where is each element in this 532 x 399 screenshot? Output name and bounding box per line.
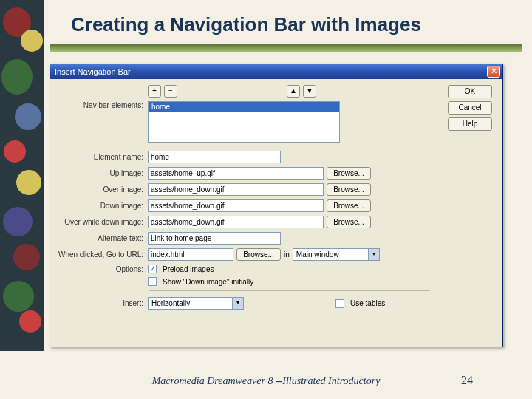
over-while-down-browse-button[interactable]: Browse... bbox=[327, 216, 371, 228]
over-image-input[interactable]: assets/home_down.gif bbox=[148, 183, 324, 196]
use-tables-checkbox[interactable] bbox=[335, 299, 344, 308]
over-while-down-input[interactable]: assets/home_down.gif bbox=[148, 216, 324, 228]
over-while-down-label: Over while down image: bbox=[53, 218, 148, 226]
in-label: in bbox=[284, 250, 290, 259]
move-down-button[interactable]: ▼ bbox=[303, 85, 316, 98]
navbar-element-selected[interactable]: home bbox=[149, 102, 339, 112]
element-name-label: Element name: bbox=[53, 153, 148, 161]
insert-mode-select[interactable]: Horizontally ▾ bbox=[148, 297, 244, 310]
up-image-label: Up image: bbox=[53, 169, 148, 177]
alternate-text-input[interactable]: Link to home page bbox=[148, 232, 281, 245]
insert-mode-value: Horizontally bbox=[149, 299, 232, 307]
decorative-sidebar bbox=[0, 0, 44, 351]
down-image-label: Down image: bbox=[53, 202, 148, 210]
dialog-titlebar[interactable]: Insert Navigation Bar ✕ bbox=[50, 64, 502, 79]
goto-url-label: When clicked, Go to URL: bbox=[53, 250, 148, 259]
title-underline bbox=[50, 44, 522, 52]
slide-number: 24 bbox=[461, 374, 473, 387]
use-tables-label: Use tables bbox=[350, 299, 385, 307]
navbar-elements-label: Nav bar elements: bbox=[53, 101, 148, 109]
element-name-input[interactable]: home bbox=[148, 151, 281, 163]
chevron-down-icon[interactable]: ▾ bbox=[368, 249, 379, 260]
dialog-title: Insert Navigation Bar bbox=[55, 67, 487, 76]
move-up-button[interactable]: ▲ bbox=[287, 85, 300, 98]
target-select[interactable]: Main window ▾ bbox=[293, 248, 380, 261]
down-image-input[interactable]: assets/home_down.gif bbox=[148, 200, 324, 212]
preload-label: Preload images bbox=[163, 265, 214, 273]
chevron-down-icon[interactable]: ▾ bbox=[232, 298, 243, 309]
divider bbox=[149, 290, 430, 291]
preload-checkbox[interactable]: ✓ bbox=[148, 265, 157, 273]
close-icon[interactable]: ✕ bbox=[487, 66, 500, 78]
down-image-browse-button[interactable]: Browse... bbox=[327, 200, 371, 212]
slide-title: Creating a Navigation Bar with Images bbox=[71, 13, 421, 36]
goto-url-browse-button[interactable]: Browse... bbox=[236, 248, 281, 261]
remove-element-button[interactable]: − bbox=[164, 85, 177, 98]
over-image-browse-button[interactable]: Browse... bbox=[327, 183, 371, 196]
up-image-browse-button[interactable]: Browse... bbox=[327, 167, 371, 180]
up-image-input[interactable]: assets/home_up.gif bbox=[148, 167, 324, 180]
slide-footer: Macromedia Dreamweaver 8 --Illustrated I… bbox=[0, 375, 532, 387]
ok-button[interactable]: OK bbox=[448, 85, 492, 98]
add-element-button[interactable]: + bbox=[148, 85, 161, 98]
show-down-label: Show "Down image" initially bbox=[163, 278, 253, 286]
insert-navbar-dialog: Insert Navigation Bar ✕ + − ▲ ▼ Nav bar … bbox=[50, 64, 503, 347]
over-image-label: Over image: bbox=[53, 185, 148, 194]
target-select-value: Main window bbox=[293, 250, 368, 259]
cancel-button[interactable]: Cancel bbox=[448, 101, 492, 115]
help-button[interactable]: Help bbox=[448, 117, 492, 131]
alternate-text-label: Alternate text: bbox=[53, 234, 148, 242]
options-label: Options: bbox=[53, 265, 148, 273]
goto-url-input[interactable]: index.html bbox=[148, 248, 233, 261]
insert-label: Insert: bbox=[53, 299, 148, 307]
navbar-elements-list[interactable]: home bbox=[148, 101, 340, 143]
show-down-checkbox[interactable] bbox=[148, 277, 157, 286]
